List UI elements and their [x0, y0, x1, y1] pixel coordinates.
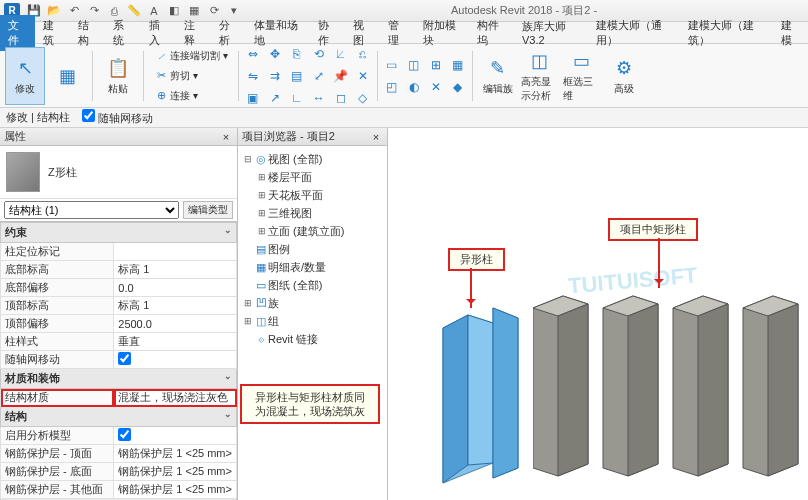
box-3d-button[interactable]: ▭ 框选三维: [562, 47, 602, 105]
modify-button[interactable]: ↖ 修改: [5, 47, 45, 105]
top-level-value[interactable]: 标高 1: [114, 297, 237, 315]
align-icon[interactable]: ⇔: [243, 44, 263, 64]
top-offset-value[interactable]: 2500.0: [114, 315, 237, 333]
edit-type-button[interactable]: 编辑类型: [183, 201, 233, 219]
tool-c-icon[interactable]: ⊞: [426, 55, 446, 75]
tab-model1[interactable]: 建模大师（通用）: [588, 15, 680, 51]
edit-icon: ✎: [486, 56, 510, 80]
browser-close-icon[interactable]: ×: [369, 131, 383, 143]
array-icon[interactable]: ▤: [287, 66, 307, 86]
tree-3d-views[interactable]: ⊞三维视图: [242, 204, 383, 222]
loc-value[interactable]: [114, 243, 237, 261]
rebar-other-value[interactable]: 钢筋保护层 1 <25 mm>: [114, 481, 237, 499]
pin-icon[interactable]: 📌: [331, 66, 351, 86]
tab-annotate[interactable]: 注释: [176, 15, 211, 51]
dim-icon[interactable]: ↔: [309, 88, 329, 108]
select-icon[interactable]: ◻: [331, 88, 351, 108]
grid-move-checkbox[interactable]: [82, 109, 95, 122]
rebar-bot-value[interactable]: 钢筋保护层 1 <25 mm>: [114, 463, 237, 481]
tool-h-icon[interactable]: ◆: [448, 77, 468, 97]
rotate-icon[interactable]: ⟲: [309, 44, 329, 64]
style-value[interactable]: 垂直: [114, 333, 237, 351]
cut-button[interactable]: ✂剪切 ▾: [150, 67, 232, 85]
type-selector[interactable]: 结构柱 (1): [4, 201, 179, 219]
svg-marker-9: [628, 304, 658, 476]
tree-floor-plans[interactable]: ⊞楼层平面: [242, 168, 383, 186]
tree-legends[interactable]: ▤图例: [242, 240, 383, 258]
tab-arch[interactable]: 建筑: [35, 15, 70, 51]
modify-tool-grid: ⇔ ✥ ⎘ ⟲ ⟀ ⎌ ⇋ ⇉ ▤ ⤢ 📌 ✕ ▣ ↗ ∟ ↔ ◻ ◇: [243, 44, 373, 108]
tab-insert[interactable]: 插入: [141, 15, 176, 51]
trim-icon[interactable]: ⟀: [331, 44, 351, 64]
property-grid: 约束⌄ 柱定位标记 底部标高标高 1 底部偏移0.0 顶部标高标高 1 顶部偏移…: [0, 222, 237, 500]
type-thumbnail: [6, 152, 40, 192]
tab-gjw[interactable]: 构件坞: [469, 15, 514, 51]
material-value[interactable]: 混凝土，现场浇注灰色: [114, 389, 237, 407]
ribbon-panel: ↖ 修改 ▦ 📋 粘贴 ⟋连接端切割 ▾ ✂剪切 ▾ ⊕连接 ▾ ⇔ ✥ ⎘ ⟲…: [0, 44, 808, 108]
tab-famlib[interactable]: 族库大师V3.2: [514, 16, 588, 49]
grid-move-option[interactable]: 随轴网移动: [82, 109, 153, 126]
tool-a-icon[interactable]: ▭: [382, 55, 402, 75]
highlight-icon: ◫: [528, 49, 552, 73]
svg-marker-15: [768, 304, 798, 476]
paste-icon: 📋: [106, 56, 130, 80]
grid-move-value[interactable]: [114, 351, 237, 369]
advanced-button[interactable]: ⚙ 高级: [604, 47, 644, 105]
tab-struct[interactable]: 结构: [70, 15, 105, 51]
label-rect-columns: 项目中矩形柱: [608, 218, 698, 241]
tab-manage[interactable]: 管理: [380, 15, 415, 51]
scale-icon[interactable]: ⤢: [309, 66, 329, 86]
mirror-icon[interactable]: ⇋: [243, 66, 263, 86]
options-bar: 修改 | 结构柱 随轴网移动: [0, 108, 808, 128]
delete-icon[interactable]: ✕: [353, 66, 373, 86]
tool-d-icon[interactable]: ▦: [448, 55, 468, 75]
tree-schedules[interactable]: ▦明细表/数量: [242, 258, 383, 276]
tab-model3[interactable]: 建模: [773, 15, 808, 51]
hide-icon[interactable]: ◇: [353, 88, 373, 108]
tab-analyze[interactable]: 分析: [211, 15, 246, 51]
group-icon[interactable]: ▣: [243, 88, 263, 108]
analytic-value[interactable]: [114, 427, 237, 445]
edit-family-button[interactable]: ✎ 编辑族: [478, 47, 518, 105]
rebar-top-value[interactable]: 钢筋保护层 1 <25 mm>: [114, 445, 237, 463]
tree-groups[interactable]: ⊞◫组: [242, 312, 383, 330]
tree-links[interactable]: ⟐Revit 链接: [242, 330, 383, 348]
cope-button[interactable]: ⟋连接端切割 ▾: [150, 47, 232, 65]
offset-icon[interactable]: ⇉: [265, 66, 285, 86]
paste-button[interactable]: 📋 粘贴: [98, 47, 138, 105]
extend-icon[interactable]: ↗: [265, 88, 285, 108]
context-label: 修改 | 结构柱: [6, 110, 70, 125]
move-icon[interactable]: ✥: [265, 44, 285, 64]
ribbon-tabs: 文件 建筑 结构 系统 插入 注释 分析 体量和场地 协作 视图 管理 附加模块…: [0, 22, 808, 44]
base-level-value[interactable]: 标高 1: [114, 261, 237, 279]
annotation-note-material: 异形柱与矩形柱材质同 为混凝土，现场浇筑灰: [240, 384, 380, 424]
project-browser-panel: 项目浏览器 - 项目2 × ⊟◎视图 (全部) ⊞楼层平面 ⊞天花板平面 ⊞三维…: [238, 128, 388, 500]
tab-systems[interactable]: 系统: [105, 15, 140, 51]
view-canvas[interactable]: 异形柱与矩形柱材质同 为混凝土，现场浇筑灰 TUITUISOFT 异形柱 项目中…: [388, 128, 808, 500]
tool-g-icon[interactable]: ✕: [426, 77, 446, 97]
tab-addins[interactable]: 附加模块: [415, 15, 469, 51]
highlight-analysis-button[interactable]: ◫ 高亮显示分析: [520, 47, 560, 105]
tool-b-icon[interactable]: ◫: [404, 55, 424, 75]
split-icon[interactable]: ⎌: [353, 44, 373, 64]
tool-f-icon[interactable]: ◐: [404, 77, 424, 97]
tree-families[interactable]: ⊞凹族: [242, 294, 383, 312]
tree-sheets[interactable]: ▭图纸 (全部): [242, 276, 383, 294]
label-irregular-column: 异形柱: [448, 248, 505, 271]
tool-e-icon[interactable]: ◰: [382, 77, 402, 97]
cope-icon: ⟋: [154, 49, 168, 63]
tab-model2[interactable]: 建模大师（建筑）: [680, 15, 772, 51]
file-tab[interactable]: 文件: [0, 15, 35, 51]
copy-icon[interactable]: ⎘: [287, 44, 307, 64]
tree-ceiling-plans[interactable]: ⊞天花板平面: [242, 186, 383, 204]
properties-title: 属性: [4, 129, 219, 144]
tree-root[interactable]: ⊟◎视图 (全部): [242, 150, 383, 168]
base-offset-value[interactable]: 0.0: [114, 279, 237, 297]
filter-button[interactable]: ▦: [47, 47, 87, 105]
corner-icon[interactable]: ∟: [287, 88, 307, 108]
column-irregular-3d[interactable]: [433, 293, 523, 488]
tree-elevations[interactable]: ⊞立面 (建筑立面): [242, 222, 383, 240]
panel-close-icon[interactable]: ×: [219, 131, 233, 143]
join-button[interactable]: ⊕连接 ▾: [150, 87, 232, 105]
columns-rect-group[interactable]: [533, 278, 808, 498]
